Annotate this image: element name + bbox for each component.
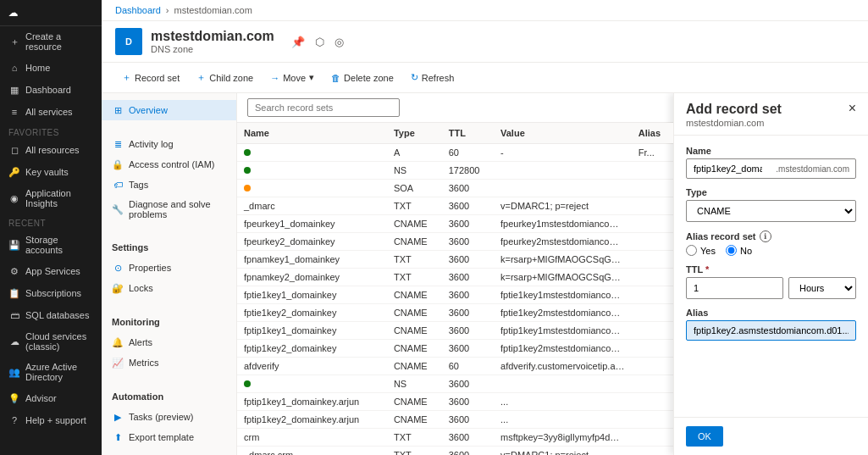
nav-item-properties[interactable]: ⊙ Properties xyxy=(102,258,236,278)
sidebar-item-all-services[interactable]: ≡ All services xyxy=(0,101,102,123)
nav-item-overview[interactable]: ⊞ Overview xyxy=(102,100,236,120)
type-select[interactable]: CNAME A AAAA CAA MX NS PTR SOA SRV TXT xyxy=(686,200,856,222)
record-name: fptip1key1_domainkey xyxy=(244,325,336,336)
sidebar-item-help[interactable]: ? Help + support xyxy=(0,409,102,431)
table-area: Name Type TTL Value Alias A 60 - Fr... N… xyxy=(237,93,673,455)
ttl-unit-select[interactable]: Seconds Minutes Hours Days xyxy=(788,277,856,299)
nav-item-activity-log[interactable]: ≣ Activity log xyxy=(102,134,236,154)
ttl-input[interactable] xyxy=(686,277,783,299)
access-control-icon: 🔒 xyxy=(112,158,124,170)
table-row[interactable]: fpeurkey2_domainkey CNAME 3600 fpeurkey2… xyxy=(237,233,673,251)
nav-item-tasks[interactable]: ▶ Tasks (preview) xyxy=(102,407,236,427)
sidebar-item-app-services[interactable]: ⚙ App Services xyxy=(0,260,102,282)
child-zone-button[interactable]: ＋ Child zone xyxy=(190,68,260,87)
cell-alias: Fr... xyxy=(632,144,673,162)
table-row[interactable]: A 60 - Fr... xyxy=(237,144,673,162)
cell-alias xyxy=(632,340,673,358)
ok-button[interactable]: OK xyxy=(686,426,723,447)
left-nav: ⊞ Overview ≣ Activity log 🔒 Access contr… xyxy=(102,93,237,455)
share-button[interactable]: ⬡ xyxy=(313,34,326,50)
nav-item-metrics[interactable]: 📈 Metrics xyxy=(102,352,236,373)
table-row[interactable]: fptip1key2_domainkey.arjun CNAME 3600 ..… xyxy=(237,411,673,429)
table-row[interactable]: fpeurkey1_domainkey CNAME 3600 fpeurkey1… xyxy=(237,215,673,233)
table-row[interactable]: _dmarc TXT 3600 v=DMARC1; p=reject xyxy=(237,197,673,215)
resource-header: D mstestdomian.com DNS zone 📌 ⬡ ◎ xyxy=(102,21,868,63)
name-input[interactable] xyxy=(686,158,856,179)
sidebar-item-advisor[interactable]: 💡 Advisor xyxy=(0,387,102,409)
sidebar-item-subscriptions[interactable]: 📋 Subscriptions xyxy=(0,282,102,304)
sidebar-item-all-resources[interactable]: ◻ All resources xyxy=(0,139,102,161)
table-row[interactable]: fptie1key2_domainkey CNAME 3600 fptie1ke… xyxy=(237,304,673,322)
breadcrumb: Dashboard › mstestdomian.com xyxy=(102,0,868,21)
cell-alias xyxy=(632,215,673,233)
alias-yes-radio[interactable]: Yes xyxy=(686,245,716,256)
breadcrumb-current: mstestdomian.com xyxy=(174,5,252,15)
table-row[interactable]: fpnamkey2_domainkey TXT 3600 k=rsarp+MIG… xyxy=(237,269,673,286)
cell-ttl: 60 xyxy=(442,358,494,375)
cell-type: TXT xyxy=(387,197,442,215)
nav-item-export[interactable]: ⬆ Export template xyxy=(102,427,236,447)
alias-info-icon[interactable]: ℹ xyxy=(760,230,771,242)
cell-type: CNAME xyxy=(387,304,442,322)
alias-no-radio[interactable]: No xyxy=(726,245,752,256)
feedback-button[interactable]: ◎ xyxy=(333,34,346,50)
sidebar-item-storage[interactable]: 💾 Storage accounts xyxy=(0,230,102,260)
cell-name: crm xyxy=(237,429,387,447)
table-row[interactable]: afdverify CNAME 60 afdverify.customervoi… xyxy=(237,358,673,375)
nav-item-tags[interactable]: 🏷 Tags xyxy=(102,175,236,195)
cell-alias xyxy=(632,269,673,286)
sidebar-item-home[interactable]: ⌂ Home xyxy=(0,57,102,79)
cell-value: fptip1key1mstestdomiancom.d0... xyxy=(494,322,632,340)
cell-name: fpeurkey1_domainkey xyxy=(237,215,387,233)
alias-input[interactable] xyxy=(686,320,856,341)
cell-alias xyxy=(632,197,673,215)
table-row[interactable]: NS 3600 xyxy=(237,375,673,393)
panel-subtitle: mstestdomian.com xyxy=(686,118,782,128)
main-content: Dashboard › mstestdomian.com D mstestdom… xyxy=(102,0,868,455)
table-row[interactable]: fptip1key1_domainkey CNAME 3600 fptip1ke… xyxy=(237,322,673,340)
help-icon: ? xyxy=(8,414,20,426)
refresh-button[interactable]: ↻ Refresh xyxy=(404,69,462,86)
table-row[interactable]: _dmarc.crm TXT 3600 v=DMARC1; p=reject xyxy=(237,447,673,456)
breadcrumb-dashboard[interactable]: Dashboard xyxy=(115,5,161,15)
panel-close-button[interactable]: × xyxy=(849,102,856,115)
sidebar-item-sql-databases[interactable]: 🗃 SQL databases xyxy=(0,304,102,326)
alias-field-group: Alias xyxy=(686,308,856,341)
table-row[interactable]: fptip1key1_domainkey.arjun CNAME 3600 ..… xyxy=(237,393,673,411)
nav-item-locks[interactable]: 🔐 Locks xyxy=(102,278,236,298)
delete-icon: 🗑 xyxy=(331,73,340,83)
cell-ttl: 3600 xyxy=(442,269,494,286)
sidebar-item-create[interactable]: ＋ Create a resource xyxy=(0,26,102,57)
sidebar-item-cloud-services[interactable]: ☁ Cloud services (classic) xyxy=(0,326,102,357)
table-row[interactable]: NS 172800 xyxy=(237,162,673,180)
table-row[interactable]: crm TXT 3600 msftpkey=3yy8iglIymyfp4dwsq… xyxy=(237,429,673,447)
table-row[interactable]: SOA 3600 xyxy=(237,180,673,197)
table-row[interactable]: fpnamkey1_domainkey TXT 3600 k=rsarp+MIG… xyxy=(237,251,673,269)
cell-type: SOA xyxy=(387,180,442,197)
move-chevron-icon: ▾ xyxy=(309,72,314,83)
table-row[interactable]: fptie1key1_domainkey CNAME 3600 fptie1ke… xyxy=(237,286,673,304)
nav-item-alerts[interactable]: 🔔 Alerts xyxy=(102,332,236,352)
cell-ttl: 3600 xyxy=(442,429,494,447)
metrics-icon: 📈 xyxy=(112,357,124,369)
col-name: Name xyxy=(237,123,387,144)
record-set-button[interactable]: ＋ Record set xyxy=(115,68,186,87)
cell-name: afdverify xyxy=(237,358,387,375)
sidebar-item-azure-ad[interactable]: 👥 Azure Active Directory xyxy=(0,357,102,387)
pin-button[interactable]: 📌 xyxy=(290,34,307,50)
search-records-input[interactable] xyxy=(247,98,400,117)
sidebar-item-key-vaults[interactable]: 🔑 Key vaults xyxy=(0,161,102,183)
resource-subtitle: DNS zone xyxy=(151,44,274,54)
locks-icon: 🔐 xyxy=(112,282,124,294)
delete-zone-button[interactable]: 🗑 Delete zone xyxy=(324,69,401,86)
cell-value: ... xyxy=(494,411,632,429)
cell-value: - xyxy=(494,144,632,162)
nav-item-diagnose[interactable]: 🔧 Diagnose and solve problems xyxy=(102,195,236,224)
table-row[interactable]: fptip1key2_domainkey CNAME 3600 fptip1ke… xyxy=(237,340,673,358)
cell-ttl: 3600 xyxy=(442,251,494,269)
cell-type: CNAME xyxy=(387,322,442,340)
sidebar-item-dashboard[interactable]: ▦ Dashboard xyxy=(0,79,102,101)
move-button[interactable]: → Move ▾ xyxy=(263,69,321,86)
nav-item-access-control[interactable]: 🔒 Access control (IAM) xyxy=(102,154,236,175)
sidebar-item-app-insights[interactable]: ◉ Application Insights xyxy=(0,183,102,214)
